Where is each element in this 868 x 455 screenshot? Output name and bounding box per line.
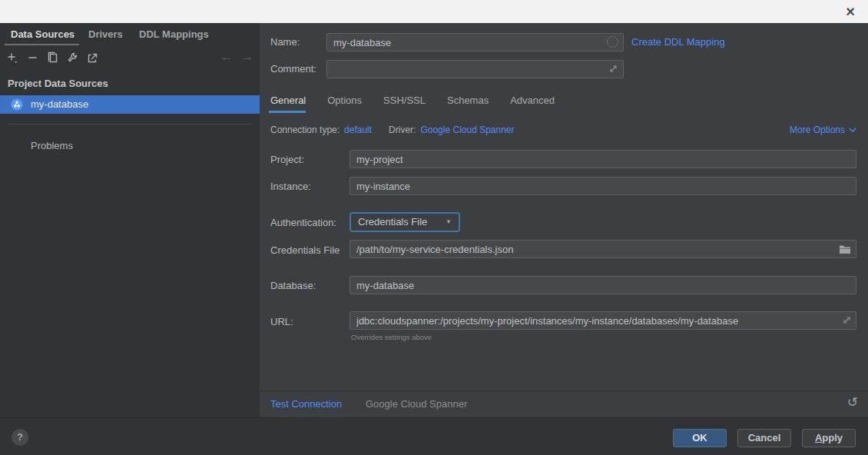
tab-drivers[interactable]: Drivers (88, 23, 123, 46)
apply-button[interactable]: Apply (802, 429, 856, 447)
apply-button-label: Apply (803, 430, 855, 447)
data-source-label: my-database (31, 95, 88, 114)
authentication-dropdown[interactable]: Credentials File ▼ (350, 212, 460, 232)
settings-tabs: General Options SSH/SSL Schemas Advanced (269, 91, 556, 113)
driver-label: Driver: (389, 125, 416, 135)
cloud-spanner-icon (11, 98, 23, 114)
tab-ssh-ssl[interactable]: SSH/SSL (382, 91, 427, 113)
comment-input[interactable] (326, 60, 624, 78)
tab-data-sources[interactable]: Data Sources (11, 23, 75, 46)
credentials-file-input[interactable] (350, 240, 856, 258)
active-tab-underline (5, 44, 79, 45)
status-driver-name: Google Cloud Spanner (366, 398, 467, 410)
project-input[interactable] (350, 150, 856, 168)
remove-icon[interactable] (26, 51, 39, 65)
comment-label: Comment: (270, 63, 316, 75)
more-options-link[interactable]: More Options (790, 125, 856, 135)
cancel-button-label: Cancel (738, 430, 790, 447)
cancel-button[interactable]: Cancel (737, 429, 791, 447)
tab-advanced[interactable]: Advanced (509, 91, 556, 113)
window-titlebar: × (0, 0, 868, 23)
data-sources-dialog: × Data Sources Drivers DDL Mappings ← → … (0, 0, 868, 455)
database-input[interactable] (350, 276, 856, 294)
ok-button[interactable]: OK (673, 429, 727, 447)
instance-input[interactable] (350, 177, 856, 195)
main-panel: Name: Create DDL Mapping Comment: Genera… (260, 23, 868, 417)
tab-options[interactable]: Options (326, 91, 363, 113)
tab-ddl-mappings[interactable]: DDL Mappings (139, 23, 209, 46)
close-icon[interactable]: × (840, 0, 861, 23)
name-input[interactable] (326, 33, 624, 51)
revert-icon[interactable]: ↺ (847, 394, 858, 410)
add-icon[interactable] (6, 51, 19, 65)
url-label: URL: (270, 316, 293, 327)
ok-button-label: OK (674, 430, 726, 447)
tab-general[interactable]: General (269, 91, 307, 113)
refresh-circle-icon (607, 36, 618, 48)
list-item-my-database[interactable]: my-database (0, 95, 260, 114)
duplicate-icon[interactable] (46, 51, 59, 65)
authentication-selected-value: Credentials File (358, 214, 427, 231)
project-label: Project: (270, 154, 304, 165)
sidebar-divider (8, 124, 252, 125)
folder-icon[interactable] (839, 244, 851, 257)
url-input[interactable] (350, 311, 856, 330)
more-options-label[interactable]: More Options (790, 125, 845, 135)
connection-type-value-link[interactable]: default (344, 125, 372, 135)
chevron-down-icon (849, 127, 856, 133)
wrench-icon[interactable] (66, 51, 79, 65)
driver-value-link[interactable]: Google Cloud Spanner (420, 125, 514, 135)
create-ddl-mapping-link[interactable]: Create DDL Mapping (631, 36, 725, 48)
project-data-sources-header: Project Data Sources (8, 78, 108, 89)
test-connection-link[interactable]: Test Connection (270, 398, 342, 410)
credentials-file-label: Credentials File (270, 244, 340, 256)
back-arrow-icon[interactable]: ← (220, 50, 234, 64)
dropdown-arrow-icon: ▼ (446, 214, 452, 231)
url-expand-icon[interactable] (841, 314, 853, 329)
expand-icon[interactable] (608, 63, 619, 78)
forward-arrow-icon[interactable]: → (240, 50, 254, 64)
connection-type-row: Connection type: default Driver: Google … (270, 124, 856, 136)
sidebar: Data Sources Drivers DDL Mappings ← → Pr… (0, 23, 260, 417)
tab-schemas[interactable]: Schemas (446, 91, 490, 113)
name-label: Name: (270, 36, 300, 48)
active-settings-tab-underline (269, 111, 306, 113)
connection-type-label: Connection type: (270, 125, 340, 135)
instance-label: Instance: (270, 181, 311, 192)
status-row: Test Connection Google Cloud Spanner ↺ (260, 391, 868, 417)
problems-item[interactable]: Problems (31, 140, 73, 151)
dialog-footer: ? OK Cancel Apply (0, 417, 868, 455)
authentication-label: Authentication: (270, 217, 336, 228)
help-icon[interactable]: ? (12, 429, 28, 446)
export-icon[interactable] (86, 51, 99, 65)
database-label: Database: (270, 280, 316, 291)
url-override-note: Overrides settings above (351, 333, 432, 341)
